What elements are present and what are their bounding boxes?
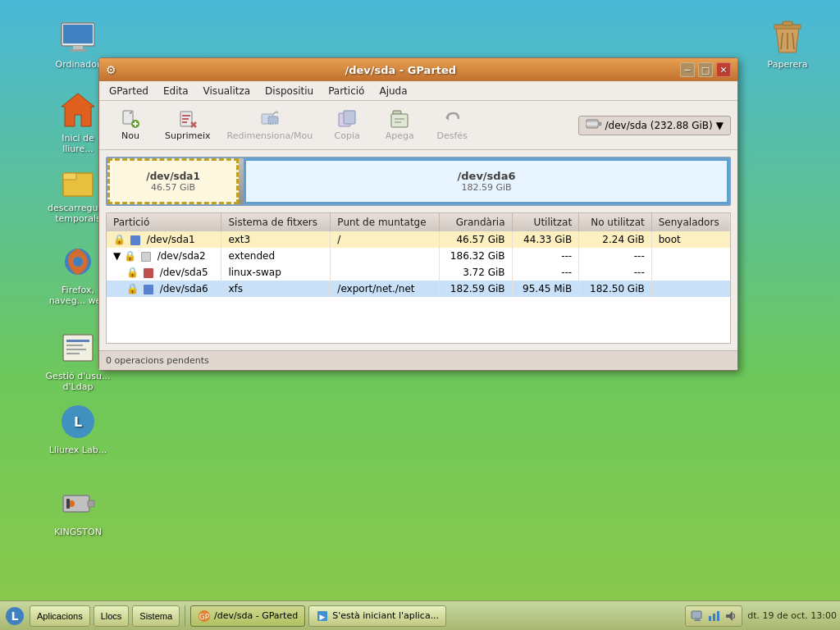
aplicacions-button[interactable]: Aplicacions xyxy=(30,605,90,627)
desktop-icon-paperera[interactable]: Paperera xyxy=(755,16,820,70)
lock-icon: 🔒 xyxy=(113,234,126,245)
menu-ajuda[interactable]: Ajuda xyxy=(372,84,413,98)
svg-text:L: L xyxy=(11,609,19,623)
menu-visualitza[interactable]: Visualitza xyxy=(197,84,258,98)
svg-rect-20 xyxy=(66,353,80,354)
svg-rect-52 xyxy=(598,122,601,126)
window-titlebar: ⚙ /dev/sda - GParted ─ □ ✕ xyxy=(99,58,737,81)
statusbar: 0 operacions pendents xyxy=(99,350,737,370)
volume-icon xyxy=(724,609,737,623)
menu-dispositiu[interactable]: Dispositiu xyxy=(258,84,320,98)
col-header-used: Utilitzat xyxy=(512,213,579,231)
taskbar-gparted[interactable]: GP /dev/sda - GParted xyxy=(190,605,305,627)
col-header-mount: Punt de muntatge xyxy=(331,213,440,231)
svg-text:▶: ▶ xyxy=(320,613,326,621)
lock-icon: 🔒 xyxy=(126,267,139,278)
copia-button[interactable]: Copia xyxy=(322,106,372,144)
maximize-button[interactable]: □ xyxy=(698,62,713,77)
status-text: 0 operacions pendents xyxy=(106,355,209,366)
svg-rect-62 xyxy=(709,616,711,621)
table-row[interactable]: ▼ 🔒 /dev/sda2 extended 186.32 GiB --- --… xyxy=(107,248,730,264)
svg-rect-12 xyxy=(63,173,76,180)
lock-icon: 🔒 xyxy=(124,250,136,262)
taskbar-starting[interactable]: ▶ S'està iniciant l'aplica... xyxy=(308,605,446,627)
desktop-icon-lliurex[interactable]: L Lliurex Lab... xyxy=(45,402,111,455)
desfes-button[interactable]: Desfés xyxy=(427,106,477,144)
color-dot-sda6 xyxy=(144,285,153,294)
color-dot-sda5 xyxy=(144,268,153,278)
color-dot-sda1 xyxy=(130,235,140,245)
desktop-icon-kingston[interactable]: KINGSTON xyxy=(45,484,111,537)
taskbar-tray xyxy=(685,605,742,627)
nou-button[interactable]: Nou xyxy=(106,106,155,144)
svg-rect-6 xyxy=(783,21,792,25)
svg-rect-3 xyxy=(70,49,86,52)
svg-rect-2 xyxy=(73,46,83,49)
svg-rect-18 xyxy=(66,345,83,346)
window-title: /dev/sda - GParted xyxy=(121,64,680,76)
device-dropdown-icon: ▼ xyxy=(716,120,724,131)
svg-rect-17 xyxy=(66,340,89,342)
svg-marker-10 xyxy=(62,94,94,126)
apega-button[interactable]: Apega xyxy=(375,106,424,144)
svg-line-41 xyxy=(273,112,276,114)
svg-rect-40 xyxy=(268,116,278,124)
table-row[interactable]: 🔒 /dev/sda5 linux-swap 3.72 GiB --- --- xyxy=(107,264,730,281)
taskbar-logo: L xyxy=(3,605,26,628)
menu-gparted[interactable]: GParted xyxy=(103,84,155,98)
svg-rect-26 xyxy=(66,499,70,509)
table-row[interactable]: 🔒 /dev/sda6 xfs /export/net./net 182.59 … xyxy=(107,281,730,297)
color-dot-sda2 xyxy=(141,252,151,262)
svg-line-42 xyxy=(276,112,278,113)
svg-rect-19 xyxy=(66,349,86,350)
device-selector[interactable]: /dev/sda (232.88 GiB) ▼ xyxy=(578,116,732,135)
pv-sda6[interactable]: /dev/sda6 182.59 GiB xyxy=(244,158,729,204)
col-header-partition: Partició xyxy=(107,213,221,231)
col-header-size: Grandària xyxy=(439,213,512,231)
svg-rect-24 xyxy=(88,500,94,507)
datetime-label: dt. 19 de oct. 13:00 xyxy=(747,610,837,621)
menu-edita[interactable]: Edita xyxy=(157,84,195,98)
svg-rect-51 xyxy=(587,122,598,126)
toolbar: Nou Suprimeix xyxy=(99,101,737,150)
svg-point-15 xyxy=(73,257,83,267)
svg-rect-59 xyxy=(692,611,701,619)
llocs-button[interactable]: Llocs xyxy=(94,605,130,627)
svg-rect-60 xyxy=(695,619,700,620)
svg-rect-1 xyxy=(63,25,93,43)
lock-icon: 🔒 xyxy=(126,283,139,294)
network-icon xyxy=(707,609,720,623)
col-header-fs: Sistema de fitxers xyxy=(221,213,331,231)
sistema-button[interactable]: Sistema xyxy=(132,605,180,627)
suprimeix-button[interactable]: Suprimeix xyxy=(158,106,217,144)
svg-rect-61 xyxy=(694,620,701,621)
device-label: /dev/sda (232.88 GiB) xyxy=(605,120,713,131)
taskbar: L Aplicacions Llocs Sistema GP /dev/sda … xyxy=(0,600,840,630)
col-header-flags: Senyaladors xyxy=(651,213,730,231)
partition-table-container: Partició Sistema de fitxers Punt de munt… xyxy=(106,212,731,344)
pv-sda1[interactable]: /dev/sda1 46.57 GiB xyxy=(107,158,239,204)
svg-rect-46 xyxy=(391,114,408,127)
svg-rect-63 xyxy=(713,614,715,621)
menu-particip[interactable]: Partició xyxy=(322,84,371,98)
partition-visual: /dev/sda1 46.57 GiB /dev/sda6 182.59 GiB xyxy=(106,157,731,206)
svg-rect-44 xyxy=(344,111,355,124)
svg-rect-16 xyxy=(63,335,93,361)
svg-marker-65 xyxy=(726,611,733,621)
col-header-unused: No utilitzat xyxy=(579,213,652,231)
redimensiona-button[interactable]: Redimensiona/Mou xyxy=(221,106,320,144)
svg-text:GP: GP xyxy=(199,613,210,621)
expand-icon[interactable]: ▼ xyxy=(113,250,121,262)
menubar: GParted Edita Visualitza Dispositiu Part… xyxy=(99,81,737,101)
gparted-window: ⚙ /dev/sda - GParted ─ □ ✕ GParted Edita… xyxy=(98,57,738,371)
table-row[interactable]: 🔒 /dev/sda1 ext3 / 46.57 GiB 44.33 GiB 2… xyxy=(107,231,730,248)
svg-text:L: L xyxy=(74,414,82,430)
svg-rect-64 xyxy=(717,611,719,621)
minimize-button[interactable]: ─ xyxy=(680,62,695,77)
close-button[interactable]: ✕ xyxy=(716,62,731,77)
monitor-icon xyxy=(691,609,704,623)
